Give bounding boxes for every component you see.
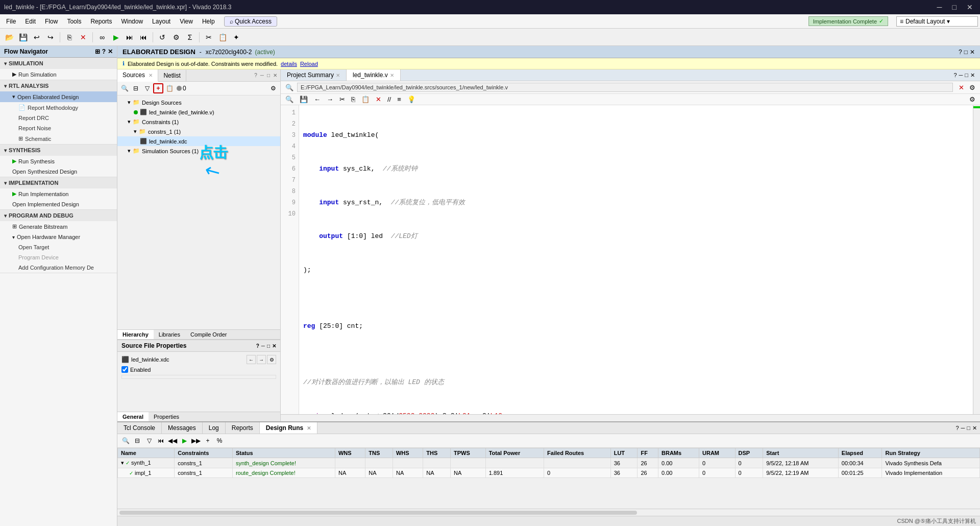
bottom-scrollbar-h[interactable] [117,509,980,516]
src-add-button[interactable]: + [153,83,163,93]
menu-tools[interactable]: Tools [63,17,85,26]
elab-help-icon[interactable]: ? [959,49,962,56]
nav-item-open-synthesized[interactable]: Open Synthesized Design [0,166,117,177]
toolbar-save-btn[interactable]: 💾 [17,31,29,43]
bottom-next-icon[interactable]: ▶▶ [191,436,201,446]
toolbar-loop-btn[interactable]: ∞ [96,31,108,43]
sub-tab-libraries[interactable]: Libraries [154,330,185,339]
toolbar-redo-btn[interactable]: ↪ [44,31,57,43]
toolbar-undo-btn[interactable]: ↩ [31,31,43,43]
led-twinkle-v-close[interactable]: ✕ [390,73,394,78]
tree-led-twinkle-v[interactable]: ⬛ led_twinkle (led_twinkle.v) [117,107,280,117]
flow-nav-close-icon[interactable]: ✕ [108,48,113,55]
warning-details-link[interactable]: details [281,61,297,67]
code-help-icon[interactable]: ? [953,72,957,78]
menu-view[interactable]: View [176,17,197,26]
tree-design-sources[interactable]: ▾ 📁 Design Sources [117,98,280,107]
bottom-min-icon[interactable]: ─ [961,425,965,431]
tab-project-summary[interactable]: Project Summary ✕ [281,69,347,81]
src-remove-icon[interactable]: 📋 [164,83,175,93]
toolbar-open-btn[interactable]: 📂 [3,31,15,43]
menu-edit[interactable]: Edit [21,17,40,26]
bottom-prev-icon[interactable]: ◀◀ [167,436,178,446]
bottom-max-icon[interactable]: □ [967,425,970,431]
code-copy-icon[interactable]: ⎘ [350,95,357,104]
menu-window[interactable]: Window [117,17,147,26]
toolbar-paste-btn[interactable]: 📋 [216,31,229,43]
nav-item-open-target[interactable]: Open Target [0,242,117,252]
bottom-percent-icon[interactable]: % [214,436,225,446]
props-restore-icon[interactable]: □ [267,343,270,349]
nav-section-simulation-header[interactable]: ▾ SIMULATION [0,58,117,69]
bottom-run-icon[interactable]: ▶ [179,436,189,446]
toolbar-step-btn[interactable]: ⏭ [124,31,136,43]
flow-nav-pin-icon[interactable]: ⊞ [95,48,100,55]
code-save-icon[interactable]: 💾 [298,95,309,104]
minimize-button[interactable]: ─ [934,3,945,11]
panel-close-icon[interactable]: ✕ [272,73,278,78]
prop-right-btn[interactable]: → [257,355,266,364]
menu-layout[interactable]: Layout [148,17,175,26]
bottom-help-icon[interactable]: ? [955,425,959,431]
bottom-filter-icon[interactable]: ▽ [144,436,154,446]
toolbar-run-btn[interactable]: ▶ [110,31,122,43]
nav-item-program-device[interactable]: Program Device [0,252,117,262]
code-search-icon[interactable]: 🔍 [284,83,295,92]
prop-settings-btn[interactable]: ⚙ [267,355,276,364]
nav-item-report-methodology[interactable]: 📄 Report Methodology [0,102,117,113]
nav-item-schematic[interactable]: ⊞ Schematic [0,133,117,144]
nav-item-run-impl[interactable]: ▶ Run Implementation [0,188,117,199]
tree-constraints[interactable]: ▾ 📁 Constraints (1) [117,117,280,127]
bottom-search-icon[interactable]: 🔍 [120,436,131,446]
toolbar-cut-btn[interactable]: ✂ [203,31,215,43]
panel-min-icon[interactable]: ─ [259,73,265,78]
code-settings-icon[interactable]: ⚙ [968,83,977,92]
toolbar-refresh-btn[interactable]: ↺ [156,31,168,43]
code-max-icon[interactable]: □ [965,72,968,78]
menu-flow[interactable]: Flow [41,17,62,26]
sub-tab-compile-order[interactable]: Compile Order [185,330,232,339]
toolbar-sigma-btn[interactable]: Σ [184,31,196,43]
flow-nav-help-icon[interactable]: ? [102,48,106,55]
nav-section-rtl-header[interactable]: ▾ RTL ANALYSIS [0,80,117,91]
bottom-add-icon[interactable]: + [203,436,213,446]
panel-help-icon[interactable]: ? [253,73,258,78]
code-text-area[interactable]: module led_twinkle( input sys_clk, //系统时… [299,105,973,414]
nav-item-open-implemented[interactable]: Open Implemented Design [0,199,117,209]
code-min-icon[interactable]: ─ [959,72,963,78]
nav-item-gen-bitstream[interactable]: ⊞ Generate Bitstream [0,221,117,232]
toolbar-settings-btn[interactable]: ⚙ [170,31,182,43]
nav-item-report-drc[interactable]: Report DRC [0,113,117,123]
props-tab-properties[interactable]: Properties [149,412,184,421]
code-close-icon[interactable]: ✕ [970,72,975,79]
nav-item-report-noise[interactable]: Report Noise [0,123,117,133]
table-row[interactable]: ✓ impl_1 constrs_1 route_design Complete… [118,468,980,478]
nav-item-run-synthesis[interactable]: ▶ Run Synthesis [0,156,117,166]
tab-sources[interactable]: Sources ✕ [117,69,158,82]
bottom-first-icon[interactable]: ⏮ [156,436,166,446]
enabled-checkbox-input[interactable] [121,366,128,373]
bottom-close-icon[interactable]: ✕ [972,425,977,432]
menu-reports[interactable]: Reports [86,17,116,26]
tab-reports[interactable]: Reports [226,422,260,434]
props-tab-general[interactable]: General [117,412,149,421]
bottom-collapse-icon[interactable]: ⊟ [132,436,142,446]
menu-help[interactable]: Help [198,17,219,26]
sub-tab-hierarchy[interactable]: Hierarchy [117,330,154,339]
tab-netlist[interactable]: Netlist [158,70,186,81]
props-help-icon[interactable]: ? [256,343,259,349]
nav-item-run-simulation[interactable]: ▶ Run Simulation [0,69,117,80]
close-button[interactable]: ✕ [964,3,976,11]
design-runs-close[interactable]: ✕ [307,425,311,431]
code-hint-icon[interactable]: 💡 [406,95,417,104]
code-scrollbar-horizontal[interactable] [281,414,980,421]
code-delete-icon[interactable]: ✕ [374,95,383,104]
tree-sim-sources[interactable]: ▾ 📁 Simulation Sources (1) [117,146,280,156]
code-paste2-icon[interactable]: 📋 [360,95,371,104]
props-close-icon[interactable]: ✕ [272,343,276,349]
tab-tcl-console[interactable]: Tcl Console [117,422,162,434]
nav-item-add-config-mem[interactable]: Add Configuration Memory De [0,262,117,273]
menu-file[interactable]: File [2,17,20,26]
nav-section-impl-header[interactable]: ▾ IMPLEMENTATION [0,177,117,188]
tab-messages[interactable]: Messages [162,422,203,434]
